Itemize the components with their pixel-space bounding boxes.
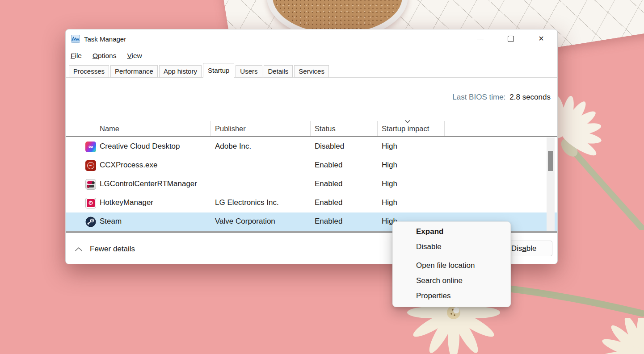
maximize-icon bbox=[508, 36, 514, 42]
row-name: Creative Cloud Desktop bbox=[100, 142, 180, 151]
fewer-details-toggle[interactable]: Fewer details bbox=[74, 243, 135, 255]
menu-view-label: iew bbox=[131, 52, 142, 59]
menu-view[interactable]: View bbox=[127, 52, 142, 60]
minimize-icon bbox=[477, 39, 484, 39]
row-status: Enabled bbox=[315, 198, 342, 207]
maximize-button[interactable] bbox=[501, 29, 521, 48]
column-divider[interactable] bbox=[444, 121, 445, 136]
context-menu-item-open-file-location[interactable]: Open file location bbox=[393, 258, 510, 273]
tab-bar: Processes Performance App history Startu… bbox=[66, 63, 557, 78]
bios-time-value: 2.8 seconds bbox=[509, 93, 551, 101]
ccxprocess-icon: ∞ bbox=[85, 160, 96, 171]
column-header-startup-impact[interactable]: Startup impact bbox=[382, 125, 429, 133]
row-name: Steam bbox=[100, 217, 122, 226]
tab-services[interactable]: Services bbox=[294, 65, 329, 78]
table-row[interactable]: LGControlCenterRTManager Enabled High bbox=[66, 175, 557, 194]
context-menu-item-properties[interactable]: Properties bbox=[393, 288, 510, 304]
stem-image bbox=[503, 280, 644, 321]
row-publisher: Valve Corporation bbox=[215, 217, 275, 226]
column-header-name[interactable]: Name bbox=[100, 125, 119, 133]
column-header-publisher[interactable]: Publisher bbox=[215, 125, 246, 133]
menu-file-label: ile bbox=[75, 52, 82, 59]
creative-cloud-icon: ∞ bbox=[85, 142, 96, 152]
vertical-scrollbar[interactable] bbox=[547, 137, 555, 231]
scrollbar-thumb[interactable] bbox=[548, 151, 553, 171]
context-menu-separator bbox=[416, 256, 505, 256]
column-header-status[interactable]: Status bbox=[315, 125, 336, 133]
title-bar: Task Manager ✕ bbox=[66, 29, 557, 48]
close-icon: ✕ bbox=[538, 35, 544, 42]
row-name: HotkeyManager bbox=[100, 198, 153, 207]
tab-processes[interactable]: Processes bbox=[69, 65, 109, 78]
hotkey-manager-icon: ⚙ bbox=[85, 198, 96, 208]
startup-items-list: ∞ Creative Cloud Desktop Adobe Inc. Disa… bbox=[66, 137, 557, 231]
chevron-up-icon bbox=[74, 247, 83, 252]
tab-performance[interactable]: Performance bbox=[110, 65, 158, 78]
row-name: LGControlCenterRTManager bbox=[100, 179, 197, 188]
sort-descending-chevron-icon bbox=[404, 120, 411, 124]
row-status: Enabled bbox=[315, 217, 342, 226]
column-divider[interactable] bbox=[310, 121, 311, 136]
close-button[interactable]: ✕ bbox=[531, 29, 551, 48]
row-publisher: Adobe Inc. bbox=[215, 142, 251, 151]
disable-button-label: Disable bbox=[511, 244, 537, 253]
menu-options-label: ptions bbox=[98, 52, 116, 59]
table-row[interactable]: ∞ Creative Cloud Desktop Adobe Inc. Disa… bbox=[66, 137, 557, 156]
table-row[interactable]: ⚙ HotkeyManager LG Electronics Inc. Enab… bbox=[66, 194, 557, 212]
row-impact: High bbox=[382, 179, 397, 188]
row-publisher: LG Electronics Inc. bbox=[215, 198, 279, 207]
ccxprocess-glyph: ∞ bbox=[87, 162, 94, 169]
context-menu-item-search-online[interactable]: Search online bbox=[393, 273, 510, 288]
row-name: CCXProcess.exe bbox=[100, 161, 157, 170]
menu-bar: File Options View bbox=[66, 48, 557, 63]
row-status: Enabled bbox=[315, 161, 342, 170]
menu-options-accel: O bbox=[93, 52, 98, 59]
table-row[interactable]: ∞ CCXProcess.exe Enabled High bbox=[66, 156, 557, 175]
row-impact: High bbox=[382, 142, 397, 151]
context-menu-item-disable[interactable]: Disable bbox=[393, 239, 510, 254]
tab-details[interactable]: Details bbox=[264, 65, 293, 78]
menu-view-accel: V bbox=[127, 52, 131, 59]
window-title: Task Manager bbox=[84, 35, 126, 43]
context-menu-item-expand[interactable]: Expand bbox=[393, 224, 510, 239]
row-impact: High bbox=[382, 198, 397, 207]
column-divider[interactable] bbox=[210, 121, 211, 136]
bios-time-label: Last BIOS time: bbox=[452, 93, 505, 101]
context-menu: Expand Disable Open file location Search… bbox=[392, 221, 511, 307]
flower-image bbox=[580, 318, 644, 354]
column-divider[interactable] bbox=[377, 121, 378, 136]
fewer-details-label: Fewer details bbox=[90, 245, 135, 254]
creative-cloud-glyph: ∞ bbox=[88, 143, 93, 150]
last-bios-time: Last BIOS time:2.8 seconds bbox=[452, 93, 551, 102]
task-manager-app-icon bbox=[71, 34, 80, 43]
tab-startup[interactable]: Startup bbox=[203, 63, 234, 78]
table-header: Name Publisher Status Startup impact bbox=[66, 119, 557, 137]
gear-icon: ⚙ bbox=[87, 199, 95, 207]
lg-control-center-icon bbox=[85, 179, 96, 190]
tab-users[interactable]: Users bbox=[236, 65, 262, 78]
steam-icon bbox=[85, 217, 96, 227]
menu-file[interactable]: File bbox=[71, 52, 82, 60]
tab-app-history[interactable]: App history bbox=[159, 65, 202, 78]
menu-options[interactable]: Options bbox=[93, 52, 116, 60]
row-status: Disabled bbox=[315, 142, 344, 151]
row-status: Enabled bbox=[315, 179, 342, 188]
row-impact: High bbox=[382, 161, 397, 170]
minimize-button[interactable] bbox=[470, 29, 491, 48]
